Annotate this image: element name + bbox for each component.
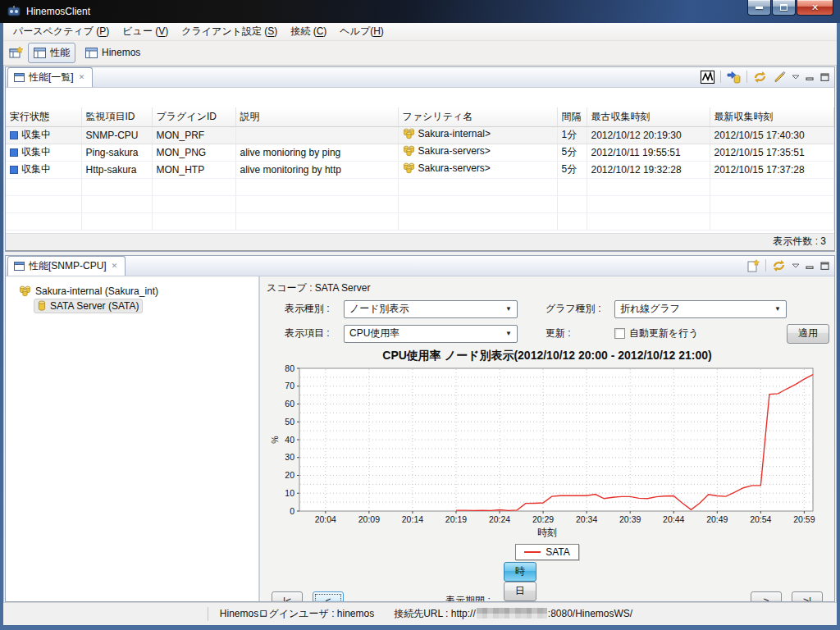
table-header-row: 実行状態監視項目IDプラグインID説明ファシリティ名間隔最古収集時刻最新収集時刻 (6, 107, 834, 127)
column-header[interactable]: 最新収集時刻 (710, 107, 834, 127)
tab-label: 性能[一覧] (29, 71, 74, 84)
empty-table-row (6, 212, 834, 230)
refresh-icon[interactable] (772, 259, 786, 272)
horizontal-sash[interactable] (3, 252, 837, 254)
column-header[interactable]: 実行状態 (6, 107, 81, 127)
first-page-button[interactable]: |< (272, 591, 303, 602)
monitor-table-area: 実行状態監視項目IDプラグインID説明ファシリティ名間隔最古収集時刻最新収集時刻… (6, 88, 834, 233)
view-icon (14, 262, 25, 271)
window-close-button[interactable]: ✕ (797, 0, 833, 16)
svg-text:20:19: 20:19 (445, 514, 467, 524)
list-view-toolbar (701, 71, 829, 87)
tree-item-scope[interactable]: Sakura-internal (Sakura_int) (16, 285, 162, 298)
perspective-label: 性能 (50, 46, 70, 60)
view-minimize-icon[interactable] (806, 262, 815, 270)
facility-tree: Sakura-internal (Sakura_int) SATA Server… (6, 276, 260, 601)
svg-text:30: 30 (285, 452, 294, 462)
chevron-down-icon: ▼ (774, 305, 781, 313)
column-header[interactable]: 説明 (235, 107, 398, 127)
previous-page-button[interactable]: < (313, 591, 344, 602)
oldest-time-cell: 2012/10/12 20:19:30 (587, 126, 710, 144)
display-type-select[interactable]: ノード別表示 ▼ (344, 300, 518, 318)
display-item-label: 表示項目 : (285, 326, 344, 340)
update-label: 更新 : (546, 326, 614, 340)
window-minimize-button[interactable] (747, 0, 771, 16)
tree-item-node-selected[interactable]: SATA Server (SATA) (34, 299, 143, 313)
tab-snmp-cpu[interactable]: 性能[SNMP-CPU] ✕ (7, 256, 126, 276)
plugin-id-cell: MON_PNG (152, 144, 235, 161)
view-menu-chevron-icon[interactable] (792, 75, 800, 80)
menu-bar: パースペクティブ (P)ビュー (V)クライアント設定 (S)接続 (C)ヘルプ… (3, 23, 837, 41)
chart-title: CPU使用率 ノード別表示(2012/10/12 20:00 - 2012/10… (382, 349, 711, 363)
facility-cell: Sakura-servers> (418, 162, 491, 174)
scope-label: スコープ : SATA Server (267, 281, 828, 295)
column-header[interactable]: 間隔 (557, 107, 587, 127)
performance-list-view: 性能[一覧] ✕ (5, 66, 835, 252)
description-cell: alive monitoring by http (235, 161, 398, 178)
menu-item[interactable]: ヘルプ(H) (333, 23, 390, 40)
view-maximize-icon[interactable] (820, 262, 829, 270)
window-title: HinemosClient (26, 6, 90, 17)
menu-item[interactable]: 接続 (C) (284, 23, 333, 40)
display-item-select[interactable]: CPU使用率 ▼ (344, 325, 518, 343)
svg-text:20:49: 20:49 (706, 514, 728, 524)
new-record-icon[interactable] (746, 259, 760, 272)
column-header[interactable]: 監視項目ID (81, 107, 152, 127)
menu-item[interactable]: クライアント設定 (S) (175, 23, 284, 40)
table-row[interactable]: 収集中 Ping-sakura MON_PNG alive monioring … (6, 144, 834, 161)
graph-view-tabbar: 性能[SNMP-CPU] ✕ (6, 256, 834, 276)
maximize-icon (780, 4, 788, 11)
column-header[interactable]: ファシリティ名 (398, 107, 557, 127)
display-type-value: ノード別表示 (349, 302, 409, 316)
view-minimize-icon[interactable] (806, 73, 815, 81)
toolbar-separator (746, 71, 747, 83)
period-button[interactable]: 時 (504, 562, 536, 582)
table-row[interactable]: 収集中 Http-sakura MON_HTP alive monitoring… (6, 161, 834, 178)
auto-update-checkbox[interactable] (614, 328, 625, 339)
graph-type-select[interactable]: 折れ線グラフ ▼ (614, 300, 787, 318)
column-header[interactable]: 最古収集時刻 (587, 107, 710, 127)
tab-close-icon[interactable]: ✕ (111, 262, 119, 270)
edit-icon[interactable] (773, 71, 786, 84)
apply-button[interactable]: 適用 (787, 324, 829, 344)
window-maximize-button[interactable] (772, 0, 796, 16)
interval-cell: 5分 (557, 144, 587, 161)
auto-update-label: 自動更新を行う (629, 326, 699, 340)
censored-ip-block (477, 608, 547, 619)
perspective-tab-hinemos[interactable]: Hinemos (80, 43, 146, 62)
line-chart: 20:0420:0920:1420:1920:2420:2920:3420:39… (270, 363, 824, 527)
plugin-id-cell: MON_PRF (152, 126, 235, 144)
app-icon (7, 5, 21, 18)
column-header[interactable]: プラグインID (152, 107, 235, 127)
export-data-icon[interactable] (727, 71, 741, 84)
period-button[interactable]: 日 (504, 582, 536, 601)
status-cell: 収集中 (21, 145, 51, 159)
status-running-icon (10, 166, 18, 174)
display-type-label: 表示種別 : (285, 302, 344, 316)
tab-performance-list[interactable]: 性能[一覧] ✕ (7, 67, 93, 87)
table-row[interactable]: 収集中 SNMP-CPU MON_PRF Sakura-internal> 1分… (6, 126, 834, 144)
next-page-button[interactable]: > (751, 591, 782, 602)
show-graph-icon[interactable] (701, 71, 714, 84)
empty-table-row (6, 178, 834, 195)
view-menu-chevron-icon[interactable] (792, 263, 800, 268)
view-maximize-icon[interactable] (820, 73, 829, 81)
menu-item[interactable]: パースペクティブ (P) (7, 23, 116, 40)
svg-text:50: 50 (285, 416, 294, 426)
open-perspective-icon[interactable] (9, 46, 24, 59)
last-page-button[interactable]: >| (792, 591, 823, 602)
svg-text:20:34: 20:34 (576, 514, 597, 524)
perspective-tab-performance[interactable]: 性能 (28, 43, 75, 63)
perspective-toolbar: 性能 Hinemos (3, 41, 837, 66)
graph-view-toolbar (746, 259, 829, 276)
menu-item[interactable]: ビュー (V) (116, 23, 175, 40)
perspective-icon (34, 48, 46, 58)
monitor-id-cell: Http-sakura (81, 161, 152, 178)
tab-close-icon[interactable]: ✕ (78, 73, 86, 81)
node-icon (38, 300, 46, 312)
refresh-icon[interactable] (753, 71, 767, 84)
chart-x-axis-label: 時刻 (537, 526, 557, 540)
minimize-icon (756, 7, 763, 9)
tree-item-label: Sakura-internal (Sakura_int) (35, 285, 158, 297)
legend-line-sample (524, 551, 541, 553)
